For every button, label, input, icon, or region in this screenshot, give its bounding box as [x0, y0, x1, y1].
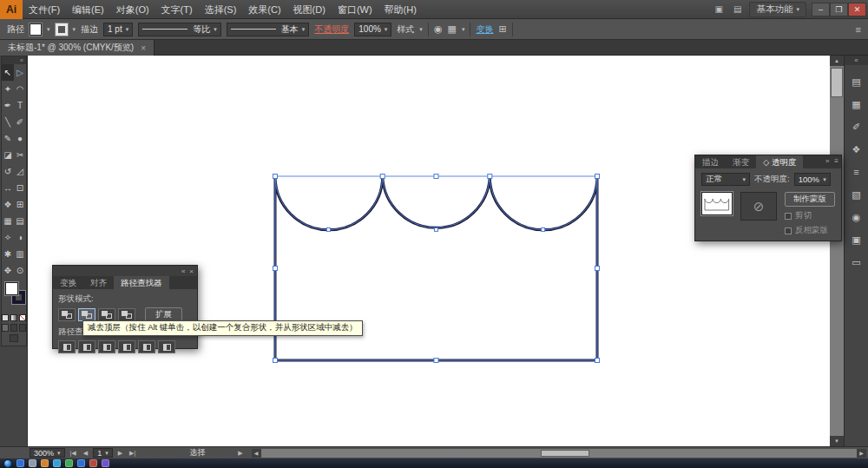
free-transform-tool[interactable]: ⊡: [14, 180, 26, 196]
fill-dropdown-icon[interactable]: ▾: [47, 26, 50, 33]
line-segment-tool[interactable]: ╲: [2, 114, 14, 130]
gradient-panel-icon[interactable]: ▧: [848, 186, 865, 203]
close-button[interactable]: ✕: [848, 3, 866, 16]
scissors-tool[interactable]: ✂: [14, 147, 26, 163]
swatches-panel-icon[interactable]: ▦: [848, 96, 865, 113]
next-artboard-button[interactable]: ▶: [116, 450, 124, 457]
taskbar-icon-6[interactable]: [77, 459, 85, 467]
gradient-button[interactable]: [10, 314, 17, 321]
collapse-panel-icon[interactable]: «: [181, 267, 185, 275]
brushes-panel-icon[interactable]: ✐: [848, 118, 865, 135]
mesh-tool[interactable]: ▦: [2, 213, 14, 229]
blob-brush-tool[interactable]: ●: [14, 130, 26, 147]
fill-swatch[interactable]: [30, 23, 42, 36]
bridge-icon[interactable]: ▣: [713, 4, 726, 14]
scroll-left-icon[interactable]: ◀: [252, 449, 261, 458]
tab-align[interactable]: 对齐: [83, 276, 114, 289]
status-detail-arrow[interactable]: ▶: [238, 450, 242, 457]
tab-pathfinder[interactable]: 路径查找器: [114, 276, 169, 289]
style-label[interactable]: 样式: [397, 23, 414, 36]
stroke-swatch[interactable]: [56, 23, 68, 36]
first-artboard-button[interactable]: |◀: [69, 450, 78, 457]
color-panel-icon[interactable]: ▤: [848, 73, 865, 90]
blend-mode-select[interactable]: 正常 ▾: [701, 173, 750, 186]
hand-tool[interactable]: ✥: [2, 262, 14, 279]
taskbar-icon-4[interactable]: [53, 459, 61, 467]
artboard-number-input[interactable]: 1 ▾: [93, 448, 113, 458]
mask-thumbnail[interactable]: ⊘: [740, 192, 777, 221]
minus-front-button[interactable]: [78, 308, 95, 321]
prev-artboard-button[interactable]: ◀: [82, 450, 89, 457]
menu-select[interactable]: 选择(S): [199, 0, 243, 19]
intersect-button[interactable]: [98, 308, 115, 321]
close-panel-icon[interactable]: ×: [189, 267, 194, 275]
symbols-panel-icon[interactable]: ❖: [848, 141, 865, 158]
gradient-tool[interactable]: ▤: [14, 213, 26, 229]
toolbar-collapse-icon[interactable]: «: [2, 56, 26, 64]
close-document-icon[interactable]: ×: [141, 43, 146, 53]
document-tab[interactable]: 未标题-1* @ 300% (CMYK/预览) ×: [0, 40, 155, 56]
magic-wand-tool[interactable]: ✦: [2, 81, 14, 97]
taskbar-icon-2[interactable]: [29, 459, 36, 467]
scroll-up-icon[interactable]: ▲: [830, 56, 844, 66]
taskbar-icon-3[interactable]: [41, 459, 49, 467]
align-icon[interactable]: ⊞: [498, 23, 506, 35]
horizontal-scroll-thumb[interactable]: [541, 450, 589, 457]
vertical-scroll-thumb[interactable]: [831, 68, 843, 97]
type-tool[interactable]: T: [14, 97, 26, 114]
tab-transform[interactable]: 变换: [53, 276, 83, 289]
blend-tool[interactable]: ◑: [14, 229, 26, 246]
eyedropper-tool[interactable]: ✧: [2, 229, 14, 246]
direct-selection-tool[interactable]: ▷: [14, 64, 26, 81]
menu-file[interactable]: 文件(F): [23, 0, 66, 19]
opacity-link[interactable]: 不透明度: [314, 23, 349, 36]
tab-transparency[interactable]: ◇ 透明度: [756, 155, 803, 168]
scroll-down-icon[interactable]: ▼: [830, 436, 844, 446]
taskbar-icon-7[interactable]: [89, 459, 97, 467]
stroke-panel-icon[interactable]: ≡: [848, 163, 865, 181]
appearance-panel-icon[interactable]: ◉: [848, 208, 865, 226]
color-button[interactable]: [2, 314, 9, 321]
none-button[interactable]: [19, 314, 26, 321]
arrange-documents-icon[interactable]: ▤: [731, 4, 744, 14]
selection-tool[interactable]: ↖: [2, 64, 14, 81]
invert-mask-checkbox[interactable]: [785, 227, 792, 234]
last-artboard-button[interactable]: ▶|: [128, 450, 137, 457]
stroke-link[interactable]: 描边: [81, 23, 98, 36]
recolor-artwork-icon[interactable]: ◉: [434, 23, 443, 35]
rotate-tool[interactable]: ↺: [2, 163, 14, 180]
artboards-panel-icon[interactable]: ▭: [848, 254, 865, 271]
document-setup-icon[interactable]: ▦: [447, 23, 456, 35]
draw-inside-button[interactable]: [19, 324, 26, 332]
stroke-dropdown-icon[interactable]: ▾: [73, 26, 76, 33]
minimize-button[interactable]: –: [812, 3, 830, 16]
screen-mode-button[interactable]: [10, 334, 18, 342]
scale-tool[interactable]: ◿: [14, 163, 26, 180]
zoom-select[interactable]: 300% ▾: [30, 448, 65, 458]
draw-normal-button[interactable]: [2, 324, 9, 332]
crop-button[interactable]: [118, 340, 135, 353]
menu-effect[interactable]: 效果(C): [242, 0, 286, 19]
column-graph-tool[interactable]: ▥: [14, 246, 26, 262]
merge-button[interactable]: [98, 340, 115, 353]
menu-view[interactable]: 视图(D): [287, 0, 332, 19]
panel-menu-icon[interactable]: ≡: [832, 155, 841, 168]
clip-checkbox[interactable]: [785, 213, 792, 220]
tab-stroke[interactable]: 描边: [695, 155, 726, 168]
outline-button[interactable]: [138, 340, 155, 353]
stroke-width-input[interactable]: 1 pt ▾: [103, 23, 133, 36]
width-tool[interactable]: ↔: [2, 180, 14, 196]
exclude-button[interactable]: [118, 308, 135, 321]
layers-panel-icon[interactable]: ▣: [848, 231, 865, 248]
taskbar-icon-8[interactable]: [102, 459, 109, 467]
start-button[interactable]: [3, 459, 12, 468]
pen-tool[interactable]: ✒: [2, 97, 14, 114]
unite-button[interactable]: [58, 308, 76, 321]
trim-button[interactable]: [78, 340, 95, 353]
taskbar-icon-5[interactable]: [65, 459, 73, 467]
stroke-profile-select[interactable]: 等比 ▾: [138, 23, 221, 36]
minus-back-button[interactable]: [158, 340, 175, 353]
brush-definition-select[interactable]: 基本 ▾: [227, 23, 310, 36]
menu-window[interactable]: 窗口(W): [332, 0, 378, 19]
workspace-switcher[interactable]: 基本功能 ▾: [749, 2, 806, 17]
